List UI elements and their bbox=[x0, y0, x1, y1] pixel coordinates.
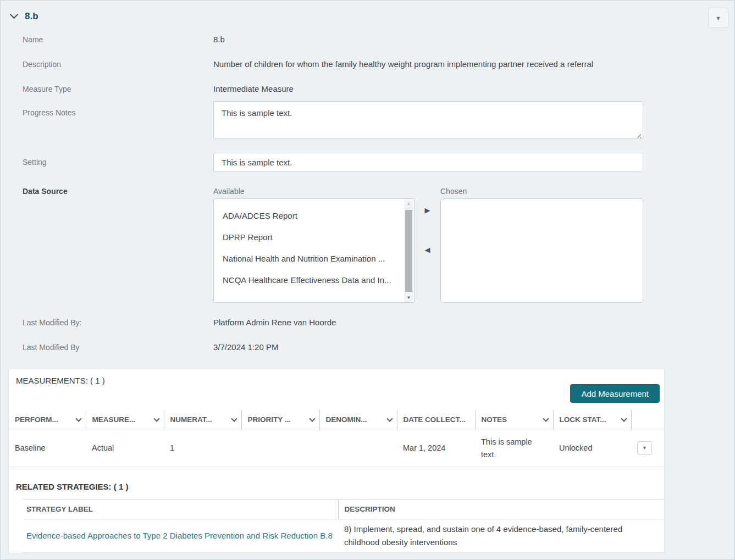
move-right-icon[interactable]: ▶ bbox=[425, 207, 430, 214]
cell-priority bbox=[241, 430, 319, 467]
form-row-data-source: Data Source Available ADA/ADCES Report D… bbox=[1, 187, 734, 303]
form-row-progress-notes: Progress Notes This is sample text. bbox=[1, 101, 734, 141]
chevron-down-icon[interactable] bbox=[10, 10, 19, 19]
setting-input[interactable] bbox=[213, 153, 643, 172]
last-modified-by-name-label: Last Modified By: bbox=[1, 318, 213, 327]
column-header-strategy-label: STRATEGY LABEL bbox=[23, 499, 338, 519]
name-label: Name bbox=[1, 35, 213, 44]
cell-numerator: 1 bbox=[164, 430, 241, 467]
setting-label: Setting bbox=[1, 153, 213, 167]
list-item[interactable]: National Health and Nutrition Examinatio… bbox=[214, 248, 414, 269]
measurements-panel: MEASUREMENTS: ( 1 ) Add Measurement PERF… bbox=[8, 369, 665, 553]
available-listbox[interactable]: ADA/ADCES Report DPRP Report National He… bbox=[213, 198, 415, 303]
chevron-down-icon[interactable] bbox=[543, 415, 549, 422]
scroll-down-icon[interactable]: ▼ bbox=[404, 295, 413, 300]
form-row-last-modified-by-date: Last Modified By 3/7/2024 1:20 PM bbox=[1, 335, 734, 359]
progress-notes-textarea[interactable]: This is sample text. bbox=[213, 101, 643, 139]
cell-notes: This is sample text. bbox=[475, 430, 553, 467]
description-value: Number of children for whom the family h… bbox=[213, 59, 643, 69]
chosen-label: Chosen bbox=[440, 187, 643, 196]
form-row-setting: Setting bbox=[1, 153, 734, 172]
column-header-numerator[interactable]: NUMERAT... bbox=[164, 410, 241, 430]
chevron-down-icon[interactable] bbox=[75, 415, 81, 422]
measure-type-value: Intermediate Measure bbox=[213, 84, 643, 93]
list-item[interactable]: DPRP Report bbox=[214, 226, 414, 248]
cell-performance: Baseline bbox=[9, 430, 86, 467]
scrollbar-thumb[interactable] bbox=[405, 210, 412, 292]
column-header-lock-status[interactable]: LOCK STAT... bbox=[553, 410, 631, 430]
cell-date-collected: Mar 1, 2024 bbox=[397, 430, 475, 467]
section-header: 8.b bbox=[1, 1, 734, 23]
table-row: Evidence-based Approaches to Type 2 Diab… bbox=[23, 519, 665, 552]
last-modified-by-date-label: Last Modified By bbox=[1, 343, 213, 352]
available-label: Available bbox=[213, 187, 415, 196]
measure-type-label: Measure Type bbox=[1, 85, 213, 93]
last-modified-by-name-value: Platform Admin Rene van Hoorde bbox=[213, 318, 643, 327]
column-header-performance[interactable]: PERFORM... bbox=[9, 410, 86, 430]
measurements-header-row: PERFORM... MEASURE... NUMERAT... PRIORIT… bbox=[9, 410, 665, 430]
last-modified-by-date-value: 3/7/2024 1:20 PM bbox=[213, 342, 643, 352]
data-source-duallist: Available ADA/ADCES Report DPRP Report N… bbox=[213, 187, 643, 303]
column-header-measure[interactable]: MEASURE... bbox=[86, 410, 164, 430]
chevron-down-icon[interactable] bbox=[309, 415, 315, 422]
description-label: Description bbox=[1, 60, 213, 69]
column-header-priority[interactable]: PRIORITY ... bbox=[241, 410, 319, 430]
form-row-last-modified-by-name: Last Modified By: Platform Admin Rene va… bbox=[1, 310, 734, 335]
column-header-notes[interactable]: NOTES bbox=[475, 410, 553, 430]
column-header-denominator[interactable]: DENOMIN... bbox=[319, 410, 397, 430]
form-row-name: Name 8.b bbox=[1, 27, 734, 52]
chevron-down-icon[interactable] bbox=[153, 415, 159, 422]
column-header-date-collected[interactable]: DATE COLLECT... bbox=[397, 410, 475, 430]
cell-denominator bbox=[319, 430, 397, 467]
scroll-up-icon[interactable]: ▲ bbox=[404, 201, 413, 206]
strategy-link[interactable]: Evidence-based Approaches to Type 2 Diab… bbox=[26, 531, 333, 540]
form-row-measure-type: Measure Type Intermediate Measure bbox=[1, 76, 734, 101]
form-row-description: Description Number of children for whom … bbox=[1, 52, 734, 76]
chosen-listbox[interactable] bbox=[440, 198, 643, 303]
header-menu-button[interactable]: ▼ bbox=[708, 8, 728, 28]
scrollbar[interactable]: ▲ ▼ bbox=[404, 199, 413, 302]
row-menu-button[interactable]: ▼ bbox=[637, 441, 652, 455]
caret-down-icon: ▼ bbox=[642, 445, 647, 452]
name-value: 8.b bbox=[213, 35, 643, 44]
chevron-down-icon[interactable] bbox=[386, 415, 393, 422]
column-header-actions bbox=[631, 410, 665, 430]
column-header-description: DESCRIPTION bbox=[338, 499, 665, 519]
cell-strategy-description: 8) Implement, spread, and sustain one of… bbox=[338, 519, 665, 552]
cell-measure: Actual bbox=[86, 430, 164, 467]
related-strategies-section-title: RELATED STRATEGIES: ( 1 ) bbox=[9, 467, 664, 491]
page-title: 8.b bbox=[25, 11, 38, 22]
add-measurement-button[interactable]: Add Measurement bbox=[570, 384, 660, 403]
caret-down-icon: ▼ bbox=[715, 15, 721, 21]
table-row: Baseline Actual 1 Mar 1, 2024 This is sa… bbox=[9, 430, 665, 467]
related-strategies-header-row: STRATEGY LABEL DESCRIPTION bbox=[23, 499, 665, 519]
measurements-table: PERFORM... MEASURE... NUMERAT... PRIORIT… bbox=[9, 410, 665, 467]
move-left-icon[interactable]: ◀ bbox=[425, 246, 430, 253]
chevron-down-icon[interactable] bbox=[621, 415, 627, 422]
measurements-section-title: MEASUREMENTS: ( 1 ) bbox=[9, 369, 664, 385]
measure-detail-form: Name 8.b Description Number of children … bbox=[1, 27, 734, 359]
chevron-down-icon[interactable] bbox=[231, 415, 237, 422]
progress-notes-label: Progress Notes bbox=[1, 101, 213, 117]
cell-lock-status: Unlocked bbox=[553, 430, 631, 467]
data-source-label: Data Source bbox=[1, 187, 213, 196]
list-item[interactable]: ADA/ADCES Report bbox=[214, 205, 414, 226]
related-strategies-table: STRATEGY LABEL DESCRIPTION Evidence-base… bbox=[23, 499, 665, 553]
list-item[interactable]: NCQA Healthcare Effectiveness Data and I… bbox=[214, 269, 414, 291]
